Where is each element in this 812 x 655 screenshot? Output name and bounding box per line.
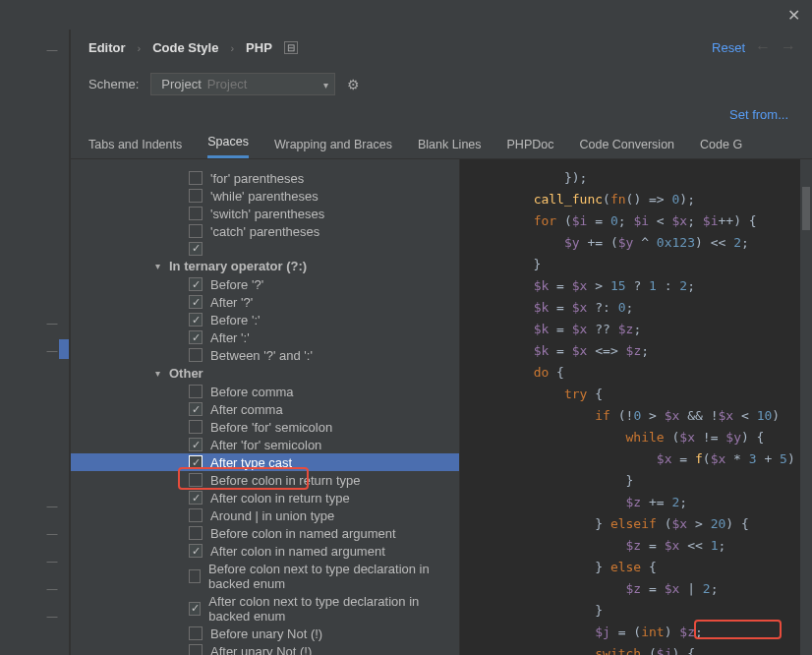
setting-item[interactable]: Before colon in named argument	[71, 524, 459, 542]
setting-label: Between '?' and ':'	[210, 348, 313, 363]
setting-label: 'switch' parentheses	[210, 207, 324, 221]
setting-item[interactable]: Before comma	[71, 383, 459, 400]
setting-item[interactable]: Around | in union type	[71, 506, 459, 524]
forward-icon[interactable]: →	[781, 38, 796, 56]
tab-tabs-and-indents[interactable]: Tabs and Indents	[88, 138, 182, 158]
setting-item[interactable]: ✓Before ':'	[71, 311, 459, 328]
back-icon[interactable]: ←	[755, 38, 771, 56]
setting-item[interactable]: ✓After type cast	[71, 453, 459, 471]
setting-label: After unary Not (!)	[210, 644, 312, 656]
checkbox-icon[interactable]	[189, 171, 203, 185]
tab-phpdoc[interactable]: PHPDoc	[507, 138, 554, 158]
setting-label: Before comma	[210, 385, 294, 399]
setting-label: After ':'	[210, 330, 250, 345]
setting-item[interactable]: 'switch' parentheses	[71, 205, 459, 222]
chevron-right-icon: ›	[230, 42, 234, 54]
setting-label: Before colon in return type	[210, 473, 360, 488]
setting-label: After 'for' semicolon	[210, 438, 321, 452]
setting-item[interactable]: Between '?' and ':'	[71, 346, 459, 364]
setting-item[interactable]: Before unary Not (!)	[71, 625, 459, 642]
crumb-editor[interactable]: Editor	[88, 40, 126, 55]
left-sidebar: — — — — — — — —	[0, 30, 71, 655]
checkbox-icon[interactable]	[189, 626, 203, 640]
crumb-php[interactable]: PHP	[246, 40, 272, 55]
setting-item[interactable]: Before colon next to type declaration in…	[71, 560, 459, 592]
setting-label: Before unary Not (!)	[210, 626, 322, 641]
group-header[interactable]: ▾Other	[71, 364, 459, 383]
checkbox-icon[interactable]: ✓	[189, 438, 203, 451]
checkbox-icon[interactable]	[189, 207, 203, 220]
checkbox-icon[interactable]	[189, 569, 201, 583]
setting-label: 'while' parentheses	[210, 189, 319, 204]
setting-label: After colon in named argument	[210, 544, 385, 559]
checkbox-icon[interactable]	[189, 508, 203, 522]
checkbox-icon[interactable]: ✓	[189, 455, 203, 469]
group-header[interactable]: ▾In ternary operator (?:)	[71, 257, 459, 275]
checkbox-icon[interactable]: ✓	[189, 295, 203, 309]
chevron-down-icon: ▾	[323, 80, 328, 90]
setting-label: After colon in return type	[210, 491, 350, 506]
code-preview: }); call_func(fn() => 0); for ($i = 0; $…	[459, 159, 812, 655]
setting-label: Before '?'	[210, 277, 263, 292]
tab-wrapping-and-braces[interactable]: Wrapping and Braces	[274, 138, 392, 158]
setting-item[interactable]: 'for' parentheses	[71, 169, 459, 187]
setting-label: 'for' parentheses	[210, 171, 304, 186]
scrollbar-thumb[interactable]	[802, 187, 810, 230]
settings-tree: 'for' parentheses'while' parentheses'swi…	[71, 159, 459, 655]
setting-item[interactable]: ✓After colon next to type declaration in…	[71, 592, 459, 625]
gear-icon[interactable]: ⚙	[347, 77, 360, 92]
checkbox-icon[interactable]: ✓	[189, 277, 203, 291]
checkbox-icon[interactable]: ✓	[189, 544, 203, 558]
setting-item[interactable]: ✓After colon in return type	[71, 489, 459, 506]
tab-code-g[interactable]: Code G	[700, 138, 742, 158]
setting-item[interactable]: ✓	[71, 240, 459, 257]
checkbox-icon[interactable]	[189, 644, 203, 655]
setting-item[interactable]: ✓After 'for' semicolon	[71, 436, 459, 453]
setting-label: After '?'	[210, 295, 253, 310]
setting-item[interactable]: Before colon in return type	[71, 471, 459, 489]
checkbox-icon[interactable]: ✓	[189, 491, 203, 505]
setting-item[interactable]: After unary Not (!)	[71, 642, 459, 655]
setting-label: After colon next to type declaration in …	[208, 594, 459, 624]
tab-code-conversion[interactable]: Code Conversion	[579, 138, 674, 158]
scheme-label: Scheme:	[88, 77, 139, 91]
tabs: Tabs and IndentsSpacesWrapping and Brace…	[71, 132, 812, 159]
checkbox-icon[interactable]	[189, 473, 203, 487]
checkbox-icon[interactable]	[189, 420, 203, 434]
chevron-down-icon: ▾	[155, 261, 160, 271]
scheme-hint: Project	[207, 77, 247, 91]
checkbox-icon[interactable]: ✓	[189, 330, 203, 344]
setting-label: Around | in union type	[210, 508, 334, 523]
close-icon[interactable]: ✕	[786, 8, 800, 22]
checkbox-icon[interactable]	[189, 526, 203, 540]
setting-item[interactable]: Before 'for' semicolon	[71, 418, 459, 436]
setting-item[interactable]: 'catch' parentheses	[71, 222, 459, 240]
setting-label: After type cast	[210, 455, 292, 470]
setting-label: 'catch' parentheses	[210, 224, 319, 239]
chevron-right-icon: ›	[138, 42, 142, 54]
crumb-code-style[interactable]: Code Style	[152, 40, 218, 55]
reset-link[interactable]: Reset	[712, 40, 745, 55]
checkbox-icon[interactable]	[189, 189, 203, 203]
tab-spaces[interactable]: Spaces	[207, 135, 249, 158]
setting-item[interactable]: ✓After '?'	[71, 293, 459, 311]
setting-item[interactable]: 'while' parentheses	[71, 187, 459, 205]
scheme-dropdown[interactable]: ProjectProject ▾	[150, 73, 335, 95]
set-from-link[interactable]: Set from...	[71, 101, 812, 132]
setting-label: After comma	[210, 402, 283, 417]
checkbox-icon[interactable]: ✓	[189, 602, 201, 616]
setting-label: Before ':'	[210, 313, 261, 328]
setting-item[interactable]: ✓Before '?'	[71, 275, 459, 293]
module-icon: ⊟	[284, 41, 298, 54]
checkbox-icon[interactable]: ✓	[189, 313, 203, 327]
setting-item[interactable]: ✓After comma	[71, 400, 459, 418]
checkbox-icon[interactable]: ✓	[189, 402, 203, 416]
tab-blank-lines[interactable]: Blank Lines	[418, 138, 482, 158]
checkbox-icon[interactable]	[189, 385, 203, 398]
checkbox-icon[interactable]	[189, 348, 203, 362]
setting-item[interactable]: ✓After colon in named argument	[71, 542, 459, 560]
setting-item[interactable]: ✓After ':'	[71, 328, 459, 346]
checkbox-icon[interactable]	[189, 224, 203, 238]
checkbox-icon[interactable]: ✓	[189, 242, 203, 256]
setting-label: Before colon in named argument	[210, 526, 396, 541]
